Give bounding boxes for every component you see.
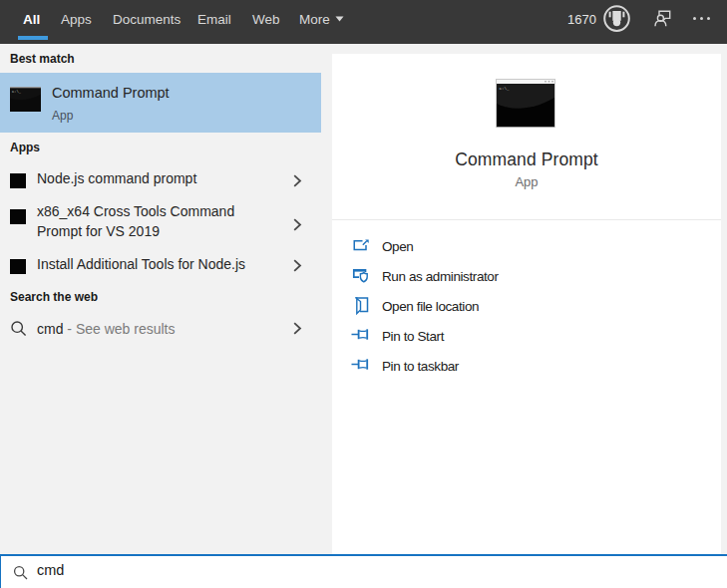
- svg-text:C:\_: C:\_: [12, 90, 22, 94]
- svg-text:C:\_: C:\_: [500, 87, 511, 91]
